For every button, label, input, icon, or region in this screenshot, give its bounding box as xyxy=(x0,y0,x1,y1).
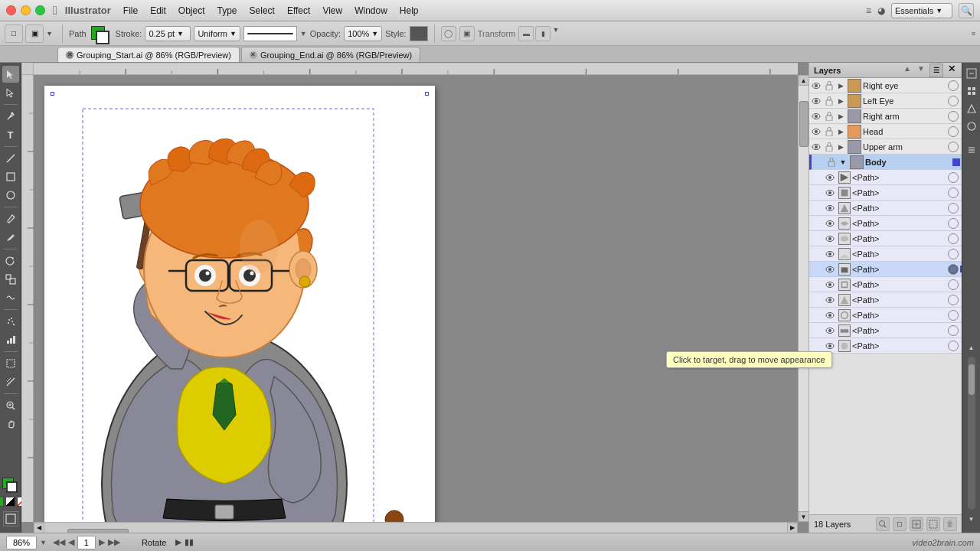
right-scrollbar-track[interactable] xyxy=(968,357,975,510)
layers-close-btn[interactable]: ✕ xyxy=(946,64,957,74)
layer-vis-path6[interactable] xyxy=(823,249,837,259)
fill-stroke-widget[interactable] xyxy=(90,24,113,43)
layer-vis-path7[interactable] xyxy=(823,265,837,274)
scroll-right-button[interactable]: ▶ xyxy=(787,523,798,533)
tool-rect[interactable] xyxy=(2,168,19,185)
move-to-layer-btn[interactable] xyxy=(926,517,940,531)
tool-type[interactable]: T xyxy=(2,126,19,143)
layer-target-path11[interactable] xyxy=(948,325,959,336)
zoom-input[interactable] xyxy=(6,536,37,549)
page-last-btn[interactable]: ▶▶ xyxy=(108,537,120,547)
tool-graph[interactable] xyxy=(2,331,19,348)
tab-grouping-end[interactable]: ✕ Grouping_End.ai @ 86% (RGB/Preview) xyxy=(241,47,420,62)
panel-options-icon[interactable]: ≡ xyxy=(972,30,975,37)
page-prev-btn[interactable]: ◀ xyxy=(68,537,74,547)
layer-path-7[interactable]: <Path> xyxy=(809,262,962,277)
scroll-left-button[interactable]: ◀ xyxy=(34,523,44,533)
tool-ellipse[interactable] xyxy=(2,187,19,204)
maximize-button[interactable] xyxy=(35,5,45,15)
layer-vis-path1[interactable] xyxy=(823,173,837,182)
layer-path-11[interactable]: <Path> xyxy=(809,323,962,338)
stop-btn[interactable]: ▮▮ xyxy=(185,537,194,547)
layer-target-path3[interactable] xyxy=(948,203,959,214)
screen-mode-btn[interactable] xyxy=(3,511,18,527)
layer-vis-path10[interactable] xyxy=(823,311,837,320)
layer-target-path9[interactable] xyxy=(948,295,959,305)
layer-vis-path4[interactable] xyxy=(823,219,837,228)
layer-target-right-arm[interactable] xyxy=(948,111,959,122)
transform-icon-btn[interactable]: ▣ xyxy=(459,26,475,41)
stroke-swatch[interactable] xyxy=(6,481,18,493)
layer-vis-path5[interactable] xyxy=(823,234,837,243)
layer-target-path8[interactable] xyxy=(948,279,959,290)
canvas-vertical-scrollbar[interactable]: ▲ ▼ xyxy=(798,75,808,522)
layer-path-5[interactable]: <Path> xyxy=(809,231,962,246)
layer-right-arm[interactable]: ▶ Right arm xyxy=(809,109,962,124)
layer-vis-path3[interactable] xyxy=(823,204,837,213)
tool-warp[interactable] xyxy=(2,289,19,306)
canvas-horizontal-scrollbar[interactable]: ◀ ▶ xyxy=(34,522,798,533)
layer-vis-path2[interactable] xyxy=(823,188,837,197)
layer-path-12[interactable]: <Path> xyxy=(809,338,962,354)
layer-target-indicator[interactable] xyxy=(948,80,959,91)
fill-stroke-switcher[interactable] xyxy=(2,478,19,494)
new-layer-btn[interactable]: □ xyxy=(893,517,906,531)
layer-expand-body[interactable]: ▼ xyxy=(838,158,848,166)
tool-slice[interactable] xyxy=(2,373,19,390)
delete-layer-btn[interactable]: 🗑 xyxy=(943,517,957,531)
menu-effect[interactable]: Effect xyxy=(287,5,310,16)
layer-visibility-eye[interactable] xyxy=(809,81,823,90)
layer-vis-path9[interactable] xyxy=(823,295,837,305)
tool-pencil[interactable] xyxy=(2,229,19,246)
layer-lock-upper-arm[interactable] xyxy=(823,142,835,152)
opacity-dropdown[interactable]: 100% ▼ xyxy=(344,26,382,41)
layer-path-10[interactable]: <Path> xyxy=(809,308,962,323)
hscroll-thumb[interactable] xyxy=(67,529,129,533)
layer-vis-head[interactable] xyxy=(809,127,823,136)
right-panel-btn2[interactable] xyxy=(964,83,979,99)
stroke-type-dropdown[interactable]: Uniform ▼ xyxy=(194,26,240,41)
layer-body[interactable]: ▼ Body xyxy=(809,155,962,170)
tool-artboard[interactable] xyxy=(2,355,19,372)
layer-target-path5[interactable] xyxy=(948,233,959,244)
tab-grouping-start[interactable]: ✕ Grouping_Start.ai @ 86% (RGB/Preview) xyxy=(57,47,240,62)
scroll-down-button[interactable]: ▼ xyxy=(799,511,809,522)
right-panel-btn5[interactable] xyxy=(964,142,979,158)
page-input[interactable] xyxy=(77,536,96,549)
layer-target-path7-hover[interactable] xyxy=(948,264,959,275)
layers-scroll-up[interactable]: ▲ xyxy=(902,64,913,74)
transform-label[interactable]: Transform xyxy=(478,29,516,38)
right-scroll-down[interactable]: ▼ xyxy=(964,511,979,527)
layer-target-path4[interactable] xyxy=(948,218,959,229)
layer-expand-upper-arm[interactable]: ▶ xyxy=(835,143,846,151)
layer-lock-right-arm[interactable] xyxy=(823,112,835,121)
page-next-btn[interactable]: ▶ xyxy=(99,537,105,547)
style-box[interactable] xyxy=(410,26,428,41)
right-panel-btn3[interactable] xyxy=(964,101,979,116)
stroke-weight-dropdown[interactable]: 0.25 pt ▼ xyxy=(145,26,191,41)
layer-path-9[interactable]: <Path> xyxy=(809,292,962,308)
scroll-thumb[interactable] xyxy=(799,101,808,147)
menu-type[interactable]: Type xyxy=(217,5,237,16)
layer-vis-path11[interactable] xyxy=(823,326,837,335)
play-btn[interactable]: ▶ xyxy=(175,537,181,547)
right-scroll-up[interactable]: ▲ xyxy=(964,340,979,355)
tool-rotate[interactable] xyxy=(2,253,19,269)
tab-close-end[interactable]: ✕ xyxy=(250,51,257,59)
layer-path-1[interactable]: <Path> xyxy=(809,170,962,185)
layer-target-path10[interactable] xyxy=(948,310,959,321)
layer-vis-right-arm[interactable] xyxy=(809,112,823,121)
expand-icon[interactable]: ▼ xyxy=(46,30,53,37)
appearance-btn[interactable]: ◯ xyxy=(441,26,456,41)
layer-path-6[interactable]: <Path> xyxy=(809,246,962,262)
zoom-dropdown-icon[interactable]: ▼ xyxy=(40,539,47,546)
layer-expand-right-arm[interactable]: ▶ xyxy=(835,112,846,120)
document-icon[interactable]: □ xyxy=(5,24,23,43)
menu-view[interactable]: View xyxy=(322,5,342,16)
tool-pen[interactable] xyxy=(2,108,19,125)
layers-scroll-down[interactable]: ▼ xyxy=(916,64,926,74)
body-selection-indicator[interactable] xyxy=(952,158,960,166)
scroll-track[interactable] xyxy=(799,86,808,511)
align-icon[interactable]: ▬ xyxy=(518,26,534,41)
minimize-button[interactable] xyxy=(21,5,31,15)
